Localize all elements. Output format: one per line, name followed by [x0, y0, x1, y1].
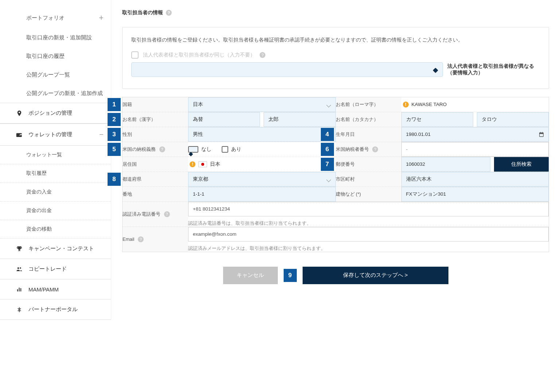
label-phone: 認証済み電話番号 ?: [122, 202, 188, 227]
name-kanji-mei-input[interactable]: [264, 112, 335, 127]
label-building: 建物など (*): [336, 187, 401, 202]
sidebar-group-label: キャンペーン・コンテスト: [28, 245, 94, 252]
name-kana-mei-input[interactable]: [477, 112, 549, 127]
street-input[interactable]: [188, 187, 336, 201]
sidebar-public-groups[interactable]: 公開グループ一覧: [0, 66, 111, 84]
label-nationality: 1 国籍: [122, 97, 188, 112]
sidebar-wallet-group[interactable]: ウォレットの管理 −: [0, 124, 111, 146]
sidebar: ポートフォリオ + 取引口座の新規・追加開設 取引口座の履歴 公開グループ一覧 …: [0, 0, 111, 320]
sidebar-position-group[interactable]: ポジションの管理: [0, 103, 111, 124]
label-dob: 4 生年月日: [336, 127, 401, 142]
us-tax-no-input[interactable]: [401, 142, 549, 157]
label-us-tax-no: 6 米国納税者番号 ?: [336, 142, 401, 157]
help-icon[interactable]: ?: [138, 236, 144, 242]
sidebar-item-label: 取引口座の新規・追加開設: [26, 34, 92, 41]
help-icon[interactable]: ?: [159, 146, 165, 152]
section-title-text: 取引担当者の情報: [122, 9, 163, 16]
info-box: 取引担当者様の情報をご登録ください。取引担当者様も各種証明書の承認手続きが必要と…: [122, 27, 549, 89]
sidebar-wallet-history[interactable]: 取引履歴: [0, 164, 111, 183]
radio-label: 法人代表者様と取引担当者様が異なる（要情報入力）: [447, 63, 540, 76]
us-tax-yes-radio[interactable]: あり: [222, 146, 241, 153]
radio-diff-person[interactable]: 法人代表者様と取引担当者様が異なる（要情報入力）: [131, 62, 540, 77]
label-prefecture: 8 都道府県: [122, 172, 188, 187]
help-icon[interactable]: ?: [164, 211, 170, 217]
label-country: 居住国: [122, 157, 188, 172]
button-row: キャンセル 9 保存して次のステップへ >: [122, 267, 549, 284]
country-value: ! 日本: [188, 161, 336, 168]
pin-icon: [15, 110, 23, 117]
sidebar-group-label: コピートレード: [28, 266, 67, 273]
step-badge-5: 5: [108, 143, 121, 156]
sidebar-item-label: 資金の出金: [26, 207, 52, 214]
gender-input[interactable]: [188, 127, 336, 142]
sidebar-partner-group[interactable]: パートナーポータル: [0, 299, 111, 320]
label-gender: 3 性別: [122, 127, 188, 142]
sidebar-wallet-list[interactable]: ウォレット一覧: [0, 146, 111, 164]
step-badge-4: 4: [321, 128, 334, 141]
label-name-roma: お名前（ローマ字）: [336, 97, 401, 112]
org-icon: [15, 306, 23, 313]
sidebar-item-label: 取引口座の履歴: [26, 53, 65, 60]
sidebar-deposit[interactable]: 資金の入金: [0, 183, 111, 201]
help-icon[interactable]: ?: [166, 10, 172, 16]
sidebar-group-label: ウォレットの管理: [28, 131, 72, 138]
label-street: 番地: [122, 187, 188, 202]
cancel-button[interactable]: キャンセル: [223, 267, 278, 284]
help-icon[interactable]: ?: [372, 146, 378, 152]
label-zip: 7 郵便番号: [336, 157, 401, 172]
name-kanji-sei-input[interactable]: [188, 112, 260, 127]
sidebar-new-account[interactable]: 取引口座の新規・追加開設: [0, 28, 111, 47]
collapse-icon: −: [99, 130, 104, 139]
label-city: 市区町村: [336, 172, 401, 187]
save-next-button[interactable]: 保存して次のステップへ >: [303, 267, 448, 284]
help-icon: ?: [260, 52, 265, 58]
nationality-select[interactable]: 日本: [188, 97, 336, 112]
city-input[interactable]: [401, 172, 549, 187]
step-badge-7: 7: [321, 158, 334, 171]
name-roma-value: !KAWASE TARO: [401, 102, 549, 107]
sidebar-item-label: 公開グループの新規・追加作成: [26, 90, 103, 97]
section-title: 取引担当者の情報 ?: [122, 9, 549, 16]
sidebar-campaign-group[interactable]: キャンペーン・コンテスト: [0, 239, 111, 259]
warn-icon: !: [403, 102, 409, 107]
sidebar-item-label: ポートフォリオ: [26, 15, 65, 21]
phone-note: 認証済み電話番号は、取引担当者様に割り当てられます。: [188, 220, 549, 227]
prefecture-select[interactable]: 東京都: [188, 172, 336, 187]
radio-checked-icon: [131, 62, 443, 77]
sidebar-withdraw[interactable]: 資金の出金: [0, 201, 111, 220]
sidebar-account-history[interactable]: 取引口座の履歴: [0, 47, 111, 66]
email-note: 認証済みメールアドレスは、取引担当者様に割り当てられます。: [188, 245, 549, 252]
info-text: 取引担当者様の情報をご登録ください。取引担当者様も各種証明書の承認手続きが必要と…: [131, 35, 540, 45]
radio-label: 法人代表者様と取引担当者様が同じ（入力不要）: [143, 52, 255, 58]
radio-same-person: 法人代表者様と取引担当者様が同じ（入力不要） ?: [131, 51, 540, 59]
jp-flag-icon: [198, 161, 207, 167]
wallet-icon: [15, 132, 23, 138]
sidebar-portfolio[interactable]: ポートフォリオ +: [0, 7, 111, 28]
name-kana-sei-input[interactable]: [401, 112, 473, 127]
sidebar-transfer[interactable]: 資金の移動: [0, 220, 111, 239]
phone-readonly: +81 8012341234: [188, 202, 549, 216]
sidebar-mam-group[interactable]: MAM/PAMM: [0, 279, 111, 299]
email-readonly: example@fxon.com: [188, 227, 549, 242]
sidebar-item-label: 資金の移動: [26, 226, 52, 232]
barchart-icon: [15, 286, 23, 293]
sidebar-item-label: 資金の入金: [26, 189, 52, 195]
radio-checked-icon: [188, 146, 198, 153]
us-tax-none-radio[interactable]: なし: [188, 146, 211, 153]
label-email: Email ?: [122, 227, 188, 252]
zip-search-button[interactable]: 住所検索: [494, 157, 549, 172]
step-badge-6: 6: [321, 143, 334, 156]
warn-icon: !: [190, 161, 195, 167]
sidebar-new-group[interactable]: 公開グループの新規・追加作成: [0, 84, 111, 103]
plus-icon: +: [99, 13, 104, 23]
sidebar-item-label: 公開グループ一覧: [26, 71, 70, 78]
step-badge-8: 8: [108, 173, 121, 186]
building-input[interactable]: [401, 187, 549, 201]
sidebar-item-label: ウォレット一覧: [26, 152, 62, 158]
sidebar-group-label: パートナーポータル: [28, 306, 78, 313]
sidebar-copytrade-group[interactable]: コピートレード: [0, 259, 111, 279]
zip-input[interactable]: [401, 157, 491, 172]
dob-input[interactable]: [401, 127, 549, 142]
step-badge-2: 2: [108, 113, 121, 126]
calendar-icon[interactable]: [538, 132, 544, 137]
